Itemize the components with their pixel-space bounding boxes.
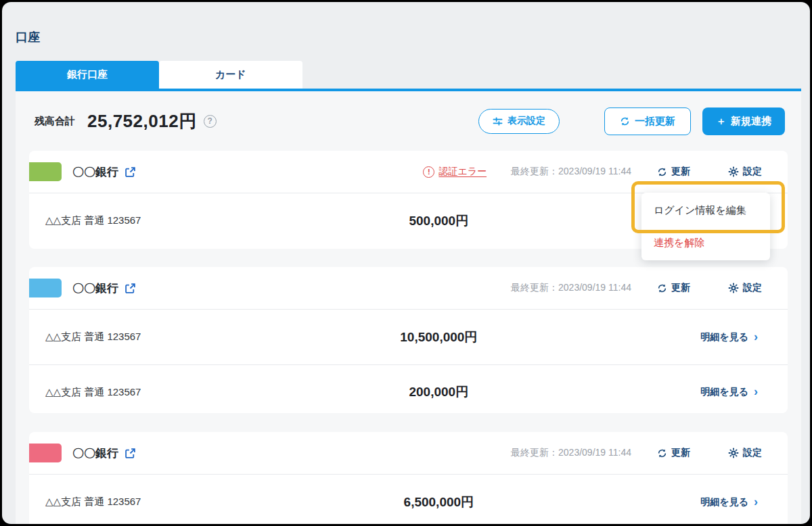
last-updated-text: 最終更新：2023/09/19 11:44 bbox=[511, 166, 631, 178]
account-label: △△支店 普通 123567 bbox=[45, 496, 141, 508]
bank-card: 〇〇銀行 最終更新：2023/09/19 11:44 bbox=[29, 267, 788, 413]
external-link-icon[interactable] bbox=[125, 448, 136, 459]
balance-total-label: 残高合計 bbox=[35, 115, 75, 128]
display-settings-label: 表示設定 bbox=[508, 115, 545, 127]
account-label: △△支店 普通 123567 bbox=[45, 386, 141, 399]
update-label: 更新 bbox=[671, 166, 690, 178]
toolbar: 表示設定 一括更新 ＋ 新規連携 bbox=[478, 107, 785, 135]
tab-bank-accounts[interactable]: 銀行口座 bbox=[16, 61, 159, 89]
account-balance: 6,500,000円 bbox=[404, 494, 474, 511]
tab-cards[interactable]: カード bbox=[159, 61, 302, 89]
chevron-right-icon: › bbox=[754, 385, 758, 398]
bank-name: 〇〇銀行 bbox=[72, 446, 118, 461]
account-balance: 500,000円 bbox=[409, 212, 468, 230]
account-label: △△支店 普通 123567 bbox=[45, 214, 141, 227]
new-connection-label: 新規連携 bbox=[731, 115, 771, 128]
bank-color-swatch bbox=[29, 444, 62, 462]
chevron-right-icon: › bbox=[754, 331, 758, 343]
bank-card-header: 〇〇銀行 最終更新：2023/09/19 11:44 bbox=[29, 432, 788, 475]
bank-header-actions: ! 認証エラー 最終更新：2023/09/19 11:44 更新 bbox=[423, 166, 762, 178]
refresh-icon bbox=[620, 116, 630, 126]
refresh-icon bbox=[657, 448, 667, 458]
last-updated-text: 最終更新：2023/09/19 11:44 bbox=[511, 282, 631, 294]
bank-color-swatch bbox=[29, 162, 62, 181]
account-row: △△支店 普通 123567 200,000円 明細を見る › bbox=[29, 364, 788, 419]
account-balance: 200,000円 bbox=[409, 383, 468, 401]
display-settings-button[interactable]: 表示設定 bbox=[478, 109, 560, 134]
plus-icon: ＋ bbox=[716, 115, 726, 128]
bank-color-swatch bbox=[29, 279, 62, 297]
bulk-update-button[interactable]: 一括更新 bbox=[604, 107, 691, 135]
last-updated-text: 最終更新：2023/09/19 11:44 bbox=[511, 447, 631, 459]
account-row: △△支店 普通 123567 10,500,000円 明細を見る › bbox=[29, 310, 788, 364]
settings-button[interactable]: 設定 bbox=[728, 447, 762, 459]
page-title: 口座 bbox=[16, 29, 40, 45]
update-button[interactable]: 更新 bbox=[657, 447, 690, 459]
auth-error-label: 認証エラー bbox=[438, 166, 487, 178]
settings-label: 設定 bbox=[743, 166, 762, 178]
settings-label: 設定 bbox=[743, 447, 762, 459]
menu-item-edit-login[interactable]: ログイン情報を編集 bbox=[641, 193, 770, 227]
view-details-link[interactable]: 明細を見る › bbox=[700, 496, 758, 508]
update-button[interactable]: 更新 bbox=[657, 166, 690, 178]
bank-header-actions: 最終更新：2023/09/19 11:44 更新 bbox=[487, 447, 762, 459]
settings-context-menu: ログイン情報を編集 連携を解除 bbox=[641, 193, 770, 260]
chevron-right-icon: › bbox=[754, 496, 758, 508]
bank-name: 〇〇銀行 bbox=[72, 281, 118, 296]
new-connection-button[interactable]: ＋ 新規連携 bbox=[702, 107, 785, 135]
bulk-update-label: 一括更新 bbox=[635, 115, 675, 128]
update-label: 更新 bbox=[671, 447, 690, 459]
refresh-icon bbox=[657, 283, 667, 293]
content-panel: 残高合計 25,752,012円 ? 表示設定 bbox=[16, 91, 801, 524]
refresh-icon bbox=[657, 167, 667, 177]
settings-button[interactable]: 設定 bbox=[728, 166, 762, 178]
auth-error-link[interactable]: ! 認証エラー bbox=[423, 166, 487, 178]
external-link-icon[interactable] bbox=[125, 283, 136, 294]
app-screen: 口座 銀行口座 カード 残高合計 25,752,012円 ? 表示設定 bbox=[2, 2, 810, 524]
view-details-label: 明細を見る bbox=[700, 386, 748, 398]
settings-label: 設定 bbox=[743, 282, 762, 294]
question-circle-icon[interactable]: ? bbox=[204, 115, 217, 128]
view-details-link[interactable]: 明細を見る › bbox=[700, 331, 758, 343]
exclamation-circle-icon: ! bbox=[423, 166, 434, 178]
gear-icon bbox=[728, 448, 739, 458]
balance-total-value: 25,752,012円 bbox=[87, 110, 197, 133]
view-details-link[interactable]: 明細を見る › bbox=[700, 386, 758, 398]
gear-icon bbox=[728, 166, 739, 177]
gear-icon bbox=[728, 283, 739, 293]
summary-row: 残高合計 25,752,012円 ? 表示設定 bbox=[35, 106, 785, 136]
tune-icon bbox=[493, 116, 503, 126]
account-row: △△支店 普通 123567 6,500,000円 明細を見る › bbox=[29, 475, 788, 524]
view-details-label: 明細を見る bbox=[700, 331, 748, 343]
account-balance: 10,500,000円 bbox=[400, 329, 477, 346]
menu-item-disconnect[interactable]: 連携を解除 bbox=[641, 227, 770, 260]
bank-name: 〇〇銀行 bbox=[72, 164, 118, 180]
update-button[interactable]: 更新 bbox=[657, 282, 690, 294]
bank-card: 〇〇銀行 最終更新：2023/09/19 11:44 bbox=[29, 432, 788, 524]
tab-bar: 銀行口座 カード bbox=[16, 61, 302, 89]
settings-button[interactable]: 設定 bbox=[728, 282, 762, 294]
view-details-label: 明細を見る bbox=[700, 496, 748, 508]
bank-card-header: 〇〇銀行 ! 認証エラー 最終更新：2023/09/19 11:44 bbox=[29, 151, 788, 193]
account-label: △△支店 普通 123567 bbox=[45, 331, 141, 343]
bank-header-actions: 最終更新：2023/09/19 11:44 更新 bbox=[487, 282, 762, 294]
external-link-icon[interactable] bbox=[125, 166, 136, 178]
bank-card-header: 〇〇銀行 最終更新：2023/09/19 11:44 bbox=[29, 267, 788, 310]
update-label: 更新 bbox=[671, 282, 690, 294]
